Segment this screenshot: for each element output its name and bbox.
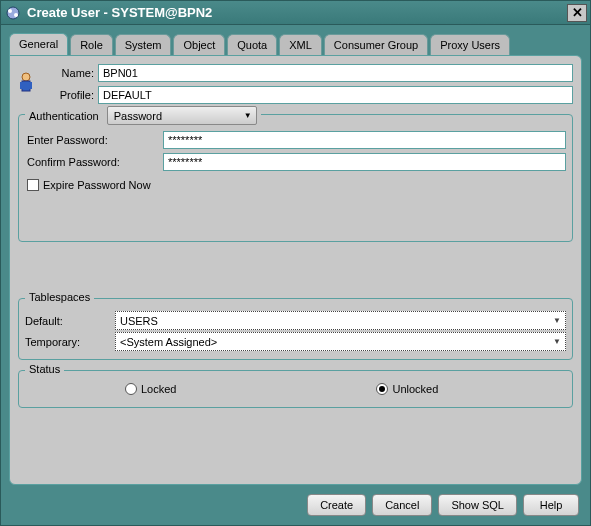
tablespaces-legend: Tablespaces [25, 291, 94, 303]
help-button[interactable]: Help [523, 494, 579, 516]
tab-role[interactable]: Role [70, 34, 113, 56]
locked-radio-item[interactable]: Locked [125, 383, 176, 395]
auth-method-dropdown[interactable]: Password ▼ [107, 106, 257, 125]
tab-proxy-users[interactable]: Proxy Users [430, 34, 510, 56]
locked-radio[interactable] [125, 383, 137, 395]
unlocked-label: Unlocked [392, 383, 438, 395]
chevron-down-icon: ▼ [244, 111, 252, 120]
svg-point-1 [8, 9, 12, 13]
tablespaces-group: Tablespaces Default: USERS ▼ Temporary: … [18, 298, 573, 360]
cancel-button[interactable]: Cancel [372, 494, 432, 516]
titlebar: Create User - SYSTEM@BPN2 ✕ [1, 1, 590, 25]
svg-point-3 [22, 73, 30, 81]
default-tablespace-value: USERS [120, 315, 158, 327]
authentication-legend: Authentication [29, 110, 99, 122]
temporary-tablespace-value: <System Assigned> [120, 336, 217, 348]
expire-password-label: Expire Password Now [43, 179, 151, 191]
default-tablespace-combo[interactable]: USERS ▼ [115, 311, 566, 330]
confirm-password-input[interactable] [163, 153, 566, 171]
enter-password-input[interactable] [163, 131, 566, 149]
create-button[interactable]: Create [307, 494, 366, 516]
svg-point-2 [14, 13, 18, 17]
authentication-group: Authentication Password ▼ Enter Password… [18, 114, 573, 242]
create-user-window: Create User - SYSTEM@BPN2 ✕ General Role… [0, 0, 591, 526]
status-legend: Status [25, 363, 64, 375]
button-bar: Create Cancel Show SQL Help [307, 494, 579, 516]
tab-xml[interactable]: XML [279, 34, 322, 56]
content-area: General Role System Object Quota XML Con… [1, 25, 590, 493]
app-icon [5, 5, 21, 21]
window-title: Create User - SYSTEM@BPN2 [25, 5, 567, 20]
user-icon [18, 72, 34, 96]
name-input[interactable] [98, 64, 573, 82]
unlocked-radio[interactable] [376, 383, 388, 395]
general-panel: Name: Profile: Authentication Password ▼ [9, 55, 582, 485]
close-button[interactable]: ✕ [567, 4, 587, 22]
status-group: Status Locked Unlocked [18, 370, 573, 408]
tab-quota[interactable]: Quota [227, 34, 277, 56]
temporary-tablespace-combo[interactable]: <System Assigned> ▼ [115, 332, 566, 351]
show-sql-button[interactable]: Show SQL [438, 494, 517, 516]
enter-password-label: Enter Password: [25, 134, 163, 146]
confirm-password-label: Confirm Password: [25, 156, 163, 168]
chevron-down-icon: ▼ [553, 337, 561, 346]
default-tablespace-label: Default: [25, 315, 115, 327]
tab-general[interactable]: General [9, 33, 68, 55]
expire-password-checkbox[interactable] [27, 179, 39, 191]
temporary-tablespace-label: Temporary: [25, 336, 115, 348]
close-icon: ✕ [572, 5, 583, 20]
tab-bar: General Role System Object Quota XML Con… [9, 33, 582, 55]
svg-rect-5 [20, 82, 23, 89]
svg-point-0 [7, 7, 19, 19]
tab-consumer-group[interactable]: Consumer Group [324, 34, 428, 56]
profile-label: Profile: [38, 89, 98, 101]
tab-system[interactable]: System [115, 34, 172, 56]
tab-object[interactable]: Object [173, 34, 225, 56]
svg-rect-4 [22, 81, 30, 91]
locked-label: Locked [141, 383, 176, 395]
name-label: Name: [38, 67, 98, 79]
svg-rect-6 [29, 82, 32, 89]
auth-method-value: Password [114, 110, 162, 122]
chevron-down-icon: ▼ [553, 316, 561, 325]
profile-input[interactable] [98, 86, 573, 104]
unlocked-radio-item[interactable]: Unlocked [376, 383, 438, 395]
